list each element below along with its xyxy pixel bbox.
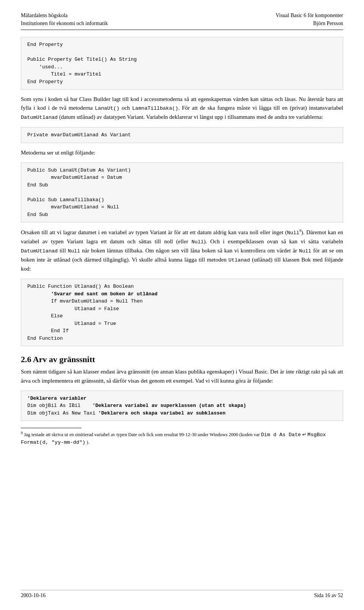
paragraph-1: Som syns i koden så har Class Builder la…: [21, 95, 343, 122]
para3-code3: DatumUtlanad: [21, 248, 58, 254]
footnote-end: ).: [85, 440, 89, 445]
para3-code1: Null: [287, 230, 299, 236]
footnote-code1: Dim d As Date: [261, 432, 301, 438]
author-name: Björn Persson: [276, 19, 343, 27]
course-name: Visual Basic 6 för komponenter: [276, 11, 343, 19]
page-footer: 2003-10-16 Sida 16 av 52: [21, 590, 343, 599]
para1-mid: och: [119, 105, 132, 111]
para1-code2: LamnaTillbaka(): [132, 106, 178, 111]
footnote-separator: [21, 428, 82, 428]
institution-name: Institutionen för ekonomi och informatik: [21, 19, 108, 27]
para3-text1: Orsaken till att vi lagrar datumet i en …: [21, 229, 287, 235]
para1-code3: DatumUtlanad: [21, 115, 58, 120]
para1-end2: (datum utlånad) av datatypen Variant. Va…: [58, 114, 323, 120]
code-block-3: Public Sub LanaUt(Datum As Variant) mvar…: [21, 162, 343, 223]
header-left: Mälardalens högskola Institutionen för e…: [21, 11, 108, 27]
para1-end: . För att de ska fungera måste vi lägga …: [178, 105, 343, 111]
page: Mälardalens högskola Institutionen för e…: [0, 0, 364, 610]
footnote-text1: Jag testade att skriva ut en oinitierad …: [23, 432, 261, 437]
paragraph-4: Som nämnt tidigare så kan klasser endast…: [21, 367, 343, 385]
university-name: Mälardalens högskola: [21, 11, 108, 19]
para3-code5: Null: [299, 248, 311, 254]
footnote-mid: ↵: [301, 432, 308, 437]
code-block-1: End Property Public Property Get Titel()…: [21, 37, 343, 90]
para3-code4: Null: [68, 248, 80, 254]
section-heading-2-6: 2.6 Arv av gränssnitt: [21, 355, 343, 364]
code-block-5: 'Deklarera variablerDim objBil As IBil '…: [21, 391, 343, 421]
para2-text: Metoderna ser ut enligt följande:: [21, 150, 96, 156]
page-header: Mälardalens högskola Institutionen för e…: [21, 11, 343, 30]
para3-mid2: ). Och i exempelklassen ovan så kan vi s…: [204, 238, 343, 244]
para3-mid3: till: [58, 247, 68, 254]
paragraph-2: Metoderna ser ut enligt följande:: [21, 148, 343, 157]
code-block-4: Public Function Utlanad() As Boolean 'Sv…: [21, 279, 343, 346]
footnote: 9 Jag testade att skriva ut en oinitiera…: [21, 430, 343, 446]
para3-mid4: när boken lämnas tillbaka. Om någon sen …: [80, 247, 299, 254]
header-right: Visual Basic 6 för komponenter Björn Per…: [276, 11, 343, 27]
para1-code1: LanaUt(): [95, 106, 119, 111]
footer-page: Sida 16 av 52: [314, 593, 343, 599]
paragraph-3: Orsaken till att vi lagrar datumet i en …: [21, 228, 343, 273]
para3-code2: Null: [191, 239, 204, 245]
footer-date: 2003-10-16: [21, 593, 46, 599]
para3-code6: Utlanad: [229, 257, 250, 263]
code-block-2: Private mvarDatumUtlanad As Variant: [21, 127, 343, 143]
